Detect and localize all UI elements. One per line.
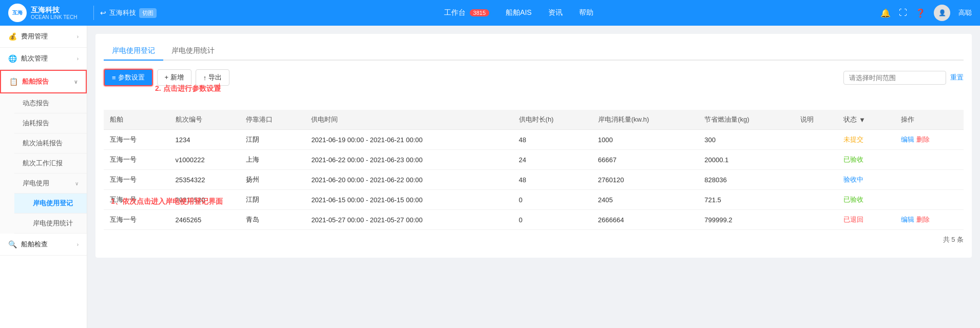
table-row: 互海一号 20210520 江阴 2021-06-15 00:00 - 2021… bbox=[104, 190, 964, 210]
col-fuel-saved: 节省燃油量(kg) bbox=[698, 110, 794, 130]
sidebar-item-shore-power[interactable]: 岸电使用 ∨ bbox=[14, 173, 87, 194]
nav-workbench[interactable]: 工作台 3815 bbox=[444, 8, 489, 17]
cell-voyage: v1000222 bbox=[169, 150, 240, 170]
cell-fuel-saved: 828036 bbox=[698, 170, 794, 190]
status-badge: 已退回 bbox=[843, 216, 863, 223]
table-header: 船舶 航次编号 停靠港口 供电时间 供电时长(h) 岸电消耗量(kw.h) 节省… bbox=[104, 110, 964, 130]
breadcrumb: ↩ 互海科技 切图 bbox=[100, 8, 157, 18]
date-picker[interactable] bbox=[843, 71, 946, 85]
sidebar-item-voyage-fuel[interactable]: 航次油耗报告 bbox=[14, 133, 87, 153]
sidebar-item-ship-inspect[interactable]: 🔍 船舶检查 › bbox=[0, 234, 87, 256]
cell-ops bbox=[895, 150, 964, 170]
cell-port: 青岛 bbox=[240, 210, 305, 230]
upload-icon: ↑ bbox=[203, 74, 207, 82]
toolbar: ≡ 参数设置 + 新增 ↑ 导出 重置 bbox=[104, 69, 964, 86]
tab-shore-stats[interactable]: 岸电使用统计 bbox=[163, 42, 223, 61]
fullscreen-icon[interactable]: ⛶ bbox=[899, 8, 907, 17]
tab-shore-register[interactable]: 岸电使用登记 bbox=[104, 42, 163, 61]
cell-duration: 0 bbox=[513, 190, 592, 210]
sidebar-item-ship-report[interactable]: 📋 船舶报告 ∨ bbox=[0, 70, 87, 93]
cell-consumption: 1000 bbox=[592, 130, 699, 150]
cell-fuel-saved: 300 bbox=[698, 130, 794, 150]
header-divider bbox=[93, 6, 94, 20]
sidebar-inspect-label: 船舶检查 bbox=[21, 240, 48, 249]
col-supply-time: 供电时间 bbox=[305, 110, 512, 130]
breadcrumb-label: 互海科技 bbox=[109, 8, 136, 17]
filter-arrow-icon[interactable]: ▼ bbox=[859, 116, 866, 124]
nav-news[interactable]: 资讯 bbox=[548, 8, 563, 17]
op-编辑[interactable]: 编辑 bbox=[901, 216, 914, 223]
nav: 工作台 3815 船舶AIS 资讯 帮助 bbox=[157, 8, 880, 17]
avatar[interactable]: 👤 bbox=[934, 5, 950, 21]
cell-voyage: 2465265 bbox=[169, 210, 240, 230]
arrow-icon-2: › bbox=[77, 56, 79, 62]
cell-ship: 互海一号 bbox=[104, 210, 169, 230]
cell-ops bbox=[895, 190, 964, 210]
cell-fuel-saved: 20000.1 bbox=[698, 150, 794, 170]
bell-icon[interactable]: 🔔 bbox=[880, 8, 891, 18]
annotation-2-container: ↓ 2. 点击进行参数设置 bbox=[104, 94, 964, 106]
param-settings-button[interactable]: ≡ 参数设置 bbox=[104, 69, 153, 86]
sidebar-item-shore-stats[interactable]: 岸电使用统计 bbox=[14, 214, 87, 234]
cell-port: 扬州 bbox=[240, 170, 305, 190]
status-badge: 未提交 bbox=[843, 136, 863, 143]
cell-port: 上海 bbox=[240, 150, 305, 170]
cell-status: 验收中 bbox=[837, 170, 895, 190]
toolbar-right: 重置 bbox=[843, 71, 964, 85]
inspect-icon: 🔍 bbox=[8, 240, 17, 248]
nav-ais[interactable]: 船舶AIS bbox=[506, 8, 532, 17]
nav-help[interactable]: 帮助 bbox=[579, 8, 593, 17]
table-footer: 共 5 条 bbox=[104, 230, 964, 249]
op-编辑[interactable]: 编辑 bbox=[901, 136, 914, 143]
add-button[interactable]: + 新增 bbox=[157, 69, 191, 86]
cell-fuel-saved: 721.5 bbox=[698, 190, 794, 210]
cell-note bbox=[794, 130, 837, 150]
table-row: 互海一号 1234 江阴 2021-06-19 00:00 - 2021-06-… bbox=[104, 130, 964, 150]
reset-button[interactable]: 重置 bbox=[950, 73, 964, 82]
table-row: 互海一号 2465265 青岛 2021-05-27 00:00 - 2021-… bbox=[104, 210, 964, 230]
col-voyage: 航次编号 bbox=[169, 110, 240, 130]
op-删除[interactable]: 删除 bbox=[916, 216, 930, 223]
cell-status: 已验收 bbox=[837, 150, 895, 170]
sidebar: 💰 费用管理 › 🌐 航次管理 › 📋 船舶报告 ∨ 动态报告 油耗报告 航次油… bbox=[0, 26, 87, 328]
status-badge: 验收中 bbox=[843, 176, 863, 183]
cell-supply-time: 2021-06-15 00:00 - 2021-06-15 00:00 bbox=[305, 190, 512, 210]
sidebar-item-voyage-work[interactable]: 航次工作汇报 bbox=[14, 153, 87, 173]
cell-note bbox=[794, 150, 837, 170]
cell-note bbox=[794, 170, 837, 190]
sidebar-item-voyage[interactable]: 🌐 航次管理 › bbox=[0, 48, 87, 70]
question-icon[interactable]: ❓ bbox=[915, 8, 926, 18]
sidebar-item-fuel-report[interactable]: 油耗报告 bbox=[14, 113, 87, 133]
col-port: 停靠港口 bbox=[240, 110, 305, 130]
settings-icon: ≡ bbox=[112, 74, 116, 82]
op-删除[interactable]: 删除 bbox=[916, 136, 930, 143]
table-row: 互海一号 v1000222 上海 2021-06-22 00:00 - 2021… bbox=[104, 150, 964, 170]
cell-ship: 互海一号 bbox=[104, 170, 169, 190]
col-consumption: 岸电消耗量(kw.h) bbox=[592, 110, 699, 130]
sidebar-item-shore-register[interactable]: 岸电使用登记 bbox=[14, 194, 87, 214]
cell-consumption: 66667 bbox=[592, 150, 699, 170]
header-right: 🔔 ⛶ ❓ 👤 高聪 bbox=[880, 5, 972, 21]
cell-status: 已验收 bbox=[837, 190, 895, 210]
col-status: 状态 ▼ bbox=[837, 110, 895, 130]
content-card: 岸电使用登记 岸电使用统计 ≡ 参数设置 + 新增 ↑ 导出 重置 bbox=[95, 34, 972, 258]
cell-duration: 48 bbox=[513, 170, 592, 190]
cell-supply-time: 2021-05-27 00:00 - 2021-05-27 00:00 bbox=[305, 210, 512, 230]
export-button[interactable]: ↑ 导出 bbox=[196, 69, 230, 86]
shore-power-arrow: ∨ bbox=[75, 181, 79, 186]
cell-port: 江阴 bbox=[240, 190, 305, 210]
sidebar-item-dynamic-report[interactable]: 动态报告 bbox=[14, 93, 87, 113]
cell-voyage: 1234 bbox=[169, 130, 240, 150]
cell-status: 未提交 bbox=[837, 130, 895, 150]
cell-ops bbox=[895, 170, 964, 190]
sidebar-item-fees[interactable]: 💰 费用管理 › bbox=[0, 26, 87, 48]
cell-ship: 互海一号 bbox=[104, 130, 169, 150]
cell-supply-time: 2021-06-19 00:00 - 2021-06-21 00:00 bbox=[305, 130, 512, 150]
cell-fuel-saved: 799999.2 bbox=[698, 210, 794, 230]
username: 高聪 bbox=[958, 8, 972, 17]
cell-supply-time: 2021-06-20 00:00 - 2021-06-22 00:00 bbox=[305, 170, 512, 190]
table-row: 互海一号 25354322 扬州 2021-06-20 00:00 - 2021… bbox=[104, 170, 964, 190]
fees-icon: 💰 bbox=[8, 32, 17, 41]
cell-consumption: 2405 bbox=[592, 190, 699, 210]
home-icon: ↩ bbox=[100, 9, 106, 17]
